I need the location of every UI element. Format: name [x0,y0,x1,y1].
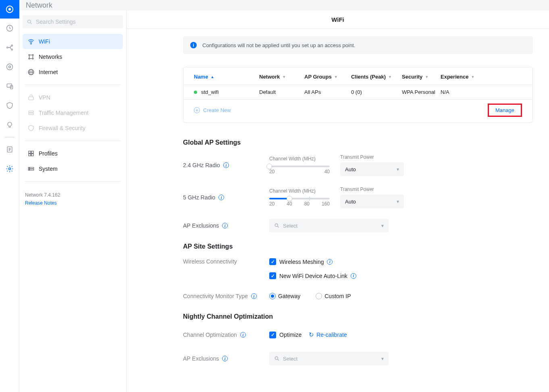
section-global-ap-title: Global AP Settings [183,139,533,146]
info-icon[interactable]: i [327,259,333,265]
sidebar-item-wifi[interactable]: WiFi [23,34,123,49]
firewall-icon [27,124,35,132]
rail-dashboard-icon[interactable] [0,19,19,38]
col-security[interactable]: Security▼ [402,74,441,80]
rail-settings-icon[interactable] [0,159,19,178]
svg-point-3 [6,47,8,48]
chevron-up-icon: ▲ [210,75,214,79]
rail-insights-icon[interactable] [0,115,19,135]
slider-label: Channel Width (MHz) [269,156,330,162]
sidebar-item-system[interactable]: System [23,161,123,176]
tp-label: Transmit Power [340,187,404,192]
radio-gateway[interactable]: Gateway [269,293,300,299]
status-dot-icon [194,91,197,94]
label-nightly-ap-exclusions: AP Exclusionsi [183,355,269,362]
svg-point-15 [29,54,30,56]
search-box[interactable] [23,15,123,28]
chevron-down-icon: ▼ [282,75,286,79]
nightly-ap-exclusions-select[interactable]: Select▼ [269,352,389,365]
svg-rect-24 [29,151,31,153]
chevron-down-icon: ▼ [388,75,392,79]
table-row[interactable]: std_wifi Default All APs 0 (0) WPA Perso… [183,85,532,100]
sidebar-item-label: Traffic Management [39,110,89,116]
transmit-power-24-select[interactable]: Auto▼ [340,162,404,176]
svg-point-16 [32,54,33,56]
svg-point-31 [29,170,30,170]
section-ap-site-title: AP Site Settings [183,243,533,250]
sidebar-item-traffic: Traffic Management [23,105,123,120]
transmit-power-5-select[interactable]: Auto▼ [340,195,404,208]
settings-sidebar: WiFi Networks Internet VPN Traffic [19,10,127,392]
svg-point-33 [275,357,278,359]
page-content: WiFi i Configurations will not be applie… [127,10,549,392]
radio-icon [269,293,276,299]
col-network[interactable]: Network▼ [259,74,304,80]
recalibrate-button[interactable]: ↻Re-calibrate [309,331,347,338]
rail-clients-icon[interactable] [0,77,19,96]
svg-point-5 [11,49,12,50]
sidebar-item-networks[interactable]: Networks [23,49,123,64]
sidebar-item-label: Firewall & Security [39,125,85,131]
checkbox-optimize[interactable]: ✓Optimize [269,332,302,338]
ap-exclusions-select[interactable]: Select▼ [269,219,389,232]
cell-name: std_wifi [201,89,218,95]
internet-icon [27,68,35,76]
radio-custom-ip[interactable]: Custom IP [316,293,351,299]
vpn-icon [27,94,35,101]
checkbox-autolink[interactable]: ✓New WiFi Device Auto-Linki [269,272,356,279]
wifi-icon [27,38,35,45]
label-24ghz: 2.4 GHz Radioi [183,162,269,168]
svg-point-10 [8,122,12,126]
sidebar-item-label: VPN [39,94,50,101]
slider-24ghz[interactable]: Channel Width (MHz) 2040 [269,156,330,174]
app-logo[interactable] [0,0,19,19]
svg-rect-26 [29,154,31,156]
checkbox-meshing[interactable]: ✓Wireless Meshingi [269,258,333,265]
info-icon[interactable]: i [351,273,356,279]
create-new-button[interactable]: + Create New [194,107,231,113]
traffic-icon [27,109,35,116]
sidebar-item-internet[interactable]: Internet [23,64,123,80]
sidebar-item-label: WiFi [39,38,50,45]
info-icon[interactable]: i [222,223,228,228]
col-experience[interactable]: Experience▼ [441,74,522,80]
info-icon[interactable]: i [218,195,224,200]
info-icon[interactable]: i [251,293,257,299]
chevron-down-icon: ▼ [396,199,400,204]
rail-security-icon[interactable] [0,96,19,115]
notice-text: Configurations will not be applied until… [202,42,355,48]
sidebar-item-profiles[interactable]: Profiles [23,146,123,161]
svg-point-4 [11,45,12,46]
slider-5ghz[interactable]: Channel Width (MHz) 204080160 [269,188,330,207]
rail-logs-icon[interactable] [0,140,19,159]
info-icon[interactable]: i [223,162,229,168]
sidebar-item-label: Internet [39,69,58,75]
search-input[interactable] [36,19,119,25]
rail-devices-icon[interactable] [0,57,19,77]
info-icon[interactable]: i [240,332,246,338]
info-icon[interactable]: i [222,356,228,361]
app-title: Network [26,1,52,10]
cell-security: WPA Personal [402,89,441,95]
svg-rect-22 [29,111,33,113]
release-notes-link[interactable]: Release Notes [25,200,121,206]
page-title: WiFi [127,10,549,29]
svg-point-30 [29,168,30,168]
topbar: Network [19,0,549,10]
icon-rail [0,0,19,392]
plus-circle-icon: + [194,107,200,113]
col-name[interactable]: Name▲ [194,74,259,80]
svg-point-32 [275,224,278,226]
system-icon [27,165,35,172]
col-ap-groups[interactable]: AP Groups▼ [304,74,351,80]
chevron-down-icon: ▼ [471,75,474,79]
col-clients[interactable]: Clients (Peak)▼ [351,74,402,80]
networks-icon [27,53,35,60]
svg-rect-27 [31,154,33,156]
chevron-down-icon: ▼ [396,167,400,172]
label-5ghz: 5 GHz Radioi [183,194,269,201]
rail-topology-icon[interactable] [0,38,19,57]
manage-button[interactable]: Manage [488,104,522,117]
svg-point-13 [28,20,31,23]
sidebar-item-label: System [39,166,58,172]
